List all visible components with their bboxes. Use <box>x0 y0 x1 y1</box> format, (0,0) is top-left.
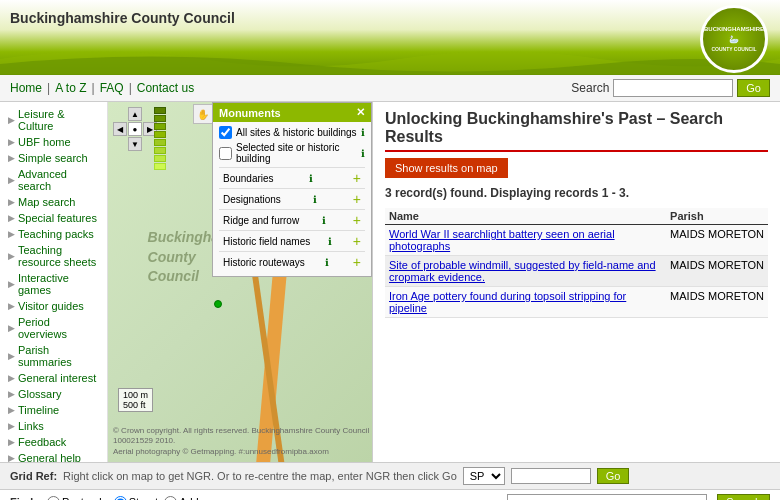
info-icon-routeways: ℹ <box>325 257 329 268</box>
arrow-icon: ▶ <box>8 279 15 289</box>
sidebar-item-interactive-games[interactable]: ▶ Interactive games <box>0 270 107 298</box>
monuments-body: All sites & historic buildings ℹ Selecte… <box>213 122 371 276</box>
monuments-routeways[interactable]: Historic routeways ℹ + <box>219 251 365 272</box>
map-marker-dot <box>214 300 222 308</box>
table-row: World War II searchlight battery seen on… <box>385 225 768 256</box>
header-wave-decoration <box>0 44 780 74</box>
search-go-button[interactable]: Go <box>737 79 770 97</box>
result-name-link[interactable]: World War II searchlight battery seen on… <box>389 228 615 252</box>
checkbox-selected-site[interactable] <box>219 147 232 160</box>
map-nav-control: ▲ ◀ ● ▶ ▼ <box>113 107 157 151</box>
arrow-icon: ▶ <box>8 301 15 311</box>
field-names-label: Historic field names <box>223 236 310 247</box>
table-row: Site of probable windmill, suggested by … <box>385 256 768 287</box>
sidebar-item-period-overviews[interactable]: ▶ Period overviews <box>0 314 107 342</box>
sidebar-item-feedback[interactable]: ▶ Feedback <box>0 434 107 450</box>
arrow-icon: ▶ <box>8 351 15 361</box>
sidebar-item-visitor-guides[interactable]: ▶ Visitor guides <box>0 298 107 314</box>
toolbar-hand-button[interactable]: ✋ <box>193 104 213 124</box>
col-header-parish: Parish <box>666 208 768 225</box>
arrow-icon: ▶ <box>8 153 15 163</box>
arrow-icon: ▶ <box>8 213 15 223</box>
monuments-panel: Monuments ✕ All sites & historic buildin… <box>212 102 372 277</box>
sidebar-item-ubf[interactable]: ▶ UBF home <box>0 134 107 150</box>
info-icon-selected: ℹ <box>361 148 365 159</box>
radio-street[interactable] <box>114 496 127 501</box>
expand-field-icon: + <box>353 233 361 249</box>
show-results-button[interactable]: Show results on map <box>385 158 508 178</box>
sidebar-item-teaching-packs[interactable]: ▶ Teaching packs <box>0 226 107 242</box>
postcode-label: Postcode <box>62 496 108 500</box>
sidebar-item-timeline[interactable]: ▶ Timeline <box>0 402 107 418</box>
info-icon-boundaries: ℹ <box>309 173 313 184</box>
sidebar-item-glossary[interactable]: ▶ Glossary <box>0 386 107 402</box>
sidebar-item-advanced-search[interactable]: ▶ Advanced search <box>0 166 107 194</box>
monuments-header: Monuments ✕ <box>213 103 371 122</box>
navbar: Home | A to Z | FAQ | Contact us Search … <box>0 75 780 102</box>
monuments-close-button[interactable]: ✕ <box>356 106 365 119</box>
find-input[interactable] <box>507 494 707 500</box>
find-bar: Find: Postcode Street Address Search <box>0 490 780 500</box>
result-name-link[interactable]: Iron Age pottery found during topsoil st… <box>389 290 626 314</box>
sidebar-item-special-features[interactable]: ▶ Special features <box>0 210 107 226</box>
info-icon-ridge: ℹ <box>322 215 326 226</box>
nav-up-button[interactable]: ▲ <box>128 107 142 121</box>
result-name-cell: Site of probable windmill, suggested by … <box>385 256 666 287</box>
monuments-ridge-furrow[interactable]: Ridge and furrow ℹ + <box>219 209 365 230</box>
gridref-instruction: Right click on map to get NGR. Or to re-… <box>63 470 457 482</box>
monuments-field-names[interactable]: Historic field names ℹ + <box>219 230 365 251</box>
sidebar-item-links[interactable]: ▶ Links <box>0 418 107 434</box>
nav-atoz[interactable]: A to Z <box>55 81 86 95</box>
gridref-input[interactable] <box>511 468 591 484</box>
nav-down-button[interactable]: ▼ <box>128 137 142 151</box>
find-radio-group: Postcode Street Address <box>47 496 220 501</box>
sidebar-item-general-help[interactable]: ▶ General help <box>0 450 107 462</box>
monuments-checkbox-all: All sites & historic buildings ℹ <box>219 126 365 139</box>
gridref-select[interactable]: SP SU TL <box>463 467 505 485</box>
radio-address[interactable] <box>164 496 177 501</box>
result-name-link[interactable]: Site of probable windmill, suggested by … <box>389 259 656 283</box>
sidebar-item-leisure[interactable]: ▶ Leisure & Culture <box>0 106 107 134</box>
map-area[interactable]: Buckinghamshire County Council ▲ ◀ ● ▶ ▼ <box>108 102 372 462</box>
checkbox-selected-label: Selected site or historic building <box>236 142 357 164</box>
zoom-segment <box>154 123 166 130</box>
zoom-segment <box>154 107 166 114</box>
nav-center-button[interactable]: ● <box>128 122 142 136</box>
col-header-name: Name <box>385 208 666 225</box>
arrow-icon: ▶ <box>8 421 15 431</box>
nav-left-button[interactable]: ◀ <box>113 122 127 136</box>
sidebar-item-map-search[interactable]: ▶ Map search <box>0 194 107 210</box>
monuments-designations[interactable]: Designations ℹ + <box>219 188 365 209</box>
sidebar-item-parish-summaries[interactable]: ▶ Parish summaries <box>0 342 107 370</box>
monuments-checkbox-selected: Selected site or historic building ℹ <box>219 142 365 164</box>
sidebar-item-teaching-resource[interactable]: ▶ Teaching resource sheets <box>0 242 107 270</box>
sidebar-item-simple-search[interactable]: ▶ Simple search <box>0 150 107 166</box>
results-title: Unlocking Buckinghamshire's Past – Searc… <box>385 110 768 152</box>
search-area: Search Go <box>571 79 770 97</box>
checkbox-all-sites-label: All sites & historic buildings <box>236 127 357 138</box>
nav-faq[interactable]: FAQ <box>100 81 124 95</box>
zoom-slider[interactable] <box>154 107 166 170</box>
find-radio-street: Street <box>114 496 158 501</box>
map-container: Buckinghamshire County Council ▲ ◀ ● ▶ ▼ <box>108 102 373 462</box>
gridref-go-button[interactable]: Go <box>597 468 630 484</box>
site-title: Buckinghamshire County Council <box>10 10 235 26</box>
find-search-button[interactable]: Search <box>717 494 770 500</box>
expand-ridge-icon: + <box>353 212 361 228</box>
arrow-icon: ▶ <box>8 453 15 462</box>
nav-home[interactable]: Home <box>10 81 42 95</box>
monuments-boundaries[interactable]: Boundaries ℹ + <box>219 167 365 188</box>
zoom-segment <box>154 139 166 146</box>
find-radio-address: Address <box>164 496 219 501</box>
radio-postcode[interactable] <box>47 496 60 501</box>
checkbox-all-sites[interactable] <box>219 126 232 139</box>
search-input[interactable] <box>613 79 733 97</box>
info-icon-designations: ℹ <box>313 194 317 205</box>
zoom-segment <box>154 163 166 170</box>
result-name-cell: World War II searchlight battery seen on… <box>385 225 666 256</box>
results-panel: Unlocking Buckinghamshire's Past – Searc… <box>373 102 780 462</box>
nav-contact[interactable]: Contact us <box>137 81 194 95</box>
result-parish-cell: MAIDS MORETON <box>666 256 768 287</box>
arrow-icon: ▶ <box>8 405 15 415</box>
sidebar-item-general-interest[interactable]: ▶ General interest <box>0 370 107 386</box>
